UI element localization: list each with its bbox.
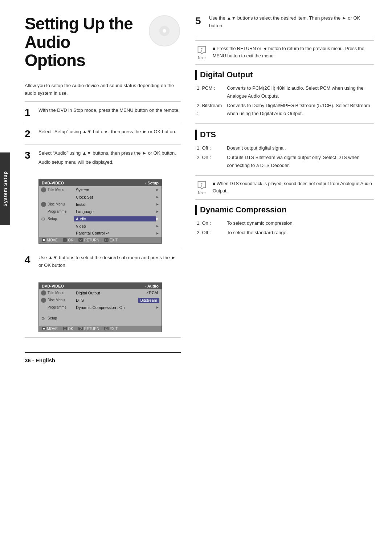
side-tab-label: System Setup [3, 171, 8, 207]
note-box-1: Note ■ Press the RETURN or ◄ button to r… [195, 40, 374, 65]
dvd-ui-menu2: DVD-VIDEO ◦ Audio Title Menu Digital Out… [38, 282, 162, 332]
dts-item-2: 2. On : Outputs DTS Bitstream via digita… [197, 154, 374, 170]
dts-body: 1. Off : Doesn’t output digital signal. … [195, 144, 374, 170]
step4-text: Use ▲▼ buttons to select the desired sub… [38, 254, 181, 269]
dynamic-compression-heading: Dynamic Compression [200, 205, 286, 215]
dvd-menu1-row: Title Menu System ► [39, 186, 162, 194]
step-1: 1 With the DVD in Stop mode, press the M… [25, 107, 181, 123]
dvd-menu2-row-compression: Programme Dynamic Compression : On ► [39, 304, 162, 311]
right-column: 5 Use the ▲▼ buttons to select the desir… [195, 15, 374, 363]
intro-text: Allow you to setup the Audio device and … [25, 82, 181, 97]
dts-section-title: DTS [195, 130, 374, 140]
note-icon-2 [197, 180, 207, 190]
page-footer: 36 - English [25, 352, 181, 363]
left-column: Setting Up the Audio Options Allow you t… [25, 15, 181, 363]
dvd-menu1-row: Video ► [39, 223, 162, 230]
svg-point-3 [201, 48, 203, 49]
step1-text: With the DVD in Stop mode, press the MEN… [38, 107, 180, 114]
dvd-menu2-row-setup: ⚙ Setup [39, 311, 162, 326]
step-3: 3 Select “Audio” using ▲▼ buttons, then … [25, 150, 181, 249]
disc-icon [148, 15, 181, 47]
dts-heading: DTS [200, 130, 216, 139]
dvd-menu1-row: Clock Set ► [39, 194, 162, 201]
dynamic-compression-item-1: 1. On : To select dynamic compression. [197, 219, 374, 227]
side-tab: System Setup [0, 152, 10, 225]
dvd-menu2-header: DVD-VIDEO ◦ Audio [39, 283, 162, 289]
digital-output-section-title: Digital Output [195, 70, 374, 80]
dvd-menu1-header: DVD-VIDEO ◦ Setup [39, 180, 162, 186]
note1-text: Press the RETURN or ◄ button to return t… [213, 46, 364, 58]
dvd-menu2-row-dts: Disc Menu DTS Bitstream [39, 297, 162, 304]
dvd-menu1-row-audio: ⚙ Setup Audio ► [39, 215, 162, 223]
dvd-menu1-footer: ■ MOVE □ OK ▽ RETURN □ EXIT [39, 237, 162, 243]
svg-point-5 [201, 183, 203, 185]
dynamic-compression-body: 1. On : To select dynamic compression. 2… [195, 219, 374, 237]
digital-output-item-2: 2. Bitstream : Converts to Dolby Digital… [197, 102, 374, 118]
step3-subtext: Audio setup menu will be displayed. [38, 159, 176, 166]
dvd-menu1-row: Parental Control ↵ ► [39, 230, 162, 237]
digital-output-item-1: 1. PCM : Converts to PCM(2CH) 48kHz audi… [197, 84, 374, 100]
step-4: 4 Use ▲▼ buttons to select the desired s… [25, 254, 181, 338]
step-2: 2 Select “Setup” using ▲▼ buttons, then … [25, 128, 181, 144]
title-block: Setting Up the Audio Options [25, 15, 181, 73]
note2-text: When DTS soundtrack is played, sound doe… [213, 181, 372, 194]
dynamic-compression-section-title: Dynamic Compression [195, 205, 374, 215]
dvd-menu1-row: Disc Menu Install ► [39, 201, 162, 208]
step3-text: Select “Audio” using ▲▼ buttons, then pr… [38, 150, 176, 157]
dvd-menu2-footer: ■ MOVE □ OK ▽ RETURN □ EXIT [39, 326, 162, 332]
dvd-menu1-row: Programme Language ► [39, 208, 162, 215]
svg-point-2 [163, 29, 166, 33]
dvd-menu2-row-digital: Title Menu Digital Output ✓PCM [39, 289, 162, 297]
dts-item-1: 1. Off : Doesn’t output digital signal. [197, 144, 374, 152]
digital-output-body: 1. PCM : Converts to PCM(2CH) 48kHz audi… [195, 84, 374, 118]
step5-text: Use the ▲▼ buttons to select the desired… [209, 15, 374, 30]
dynamic-compression-item-2: 2. Off : To select the standard range. [197, 229, 374, 237]
digital-output-heading: Digital Output [200, 70, 253, 80]
note-box-2: Note ■ When DTS soundtrack is played, so… [195, 175, 374, 200]
dvd-ui-menu1: DVD-VIDEO ◦ Setup Title Menu System ► [38, 179, 162, 244]
step-5: 5 Use the ▲▼ buttons to select the desir… [195, 15, 374, 35]
note-icon [197, 45, 207, 55]
step2-text: Select “Setup” using ▲▼ buttons, then pr… [38, 128, 176, 136]
